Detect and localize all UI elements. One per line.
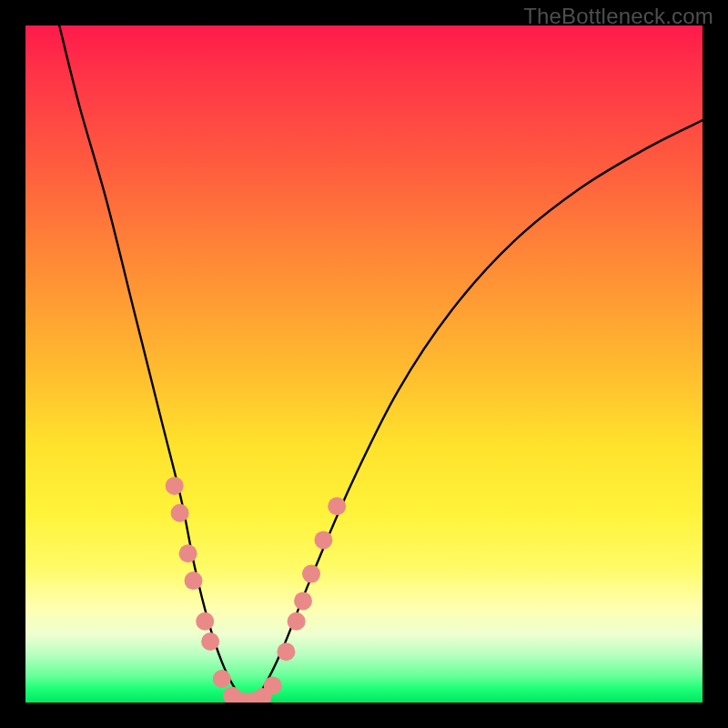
- curve-svg: [25, 25, 703, 703]
- marker-dot: [302, 565, 320, 583]
- marker-dot: [185, 571, 203, 590]
- marker-dot: [166, 477, 184, 495]
- marker-dot: [171, 504, 189, 522]
- marker-dot: [288, 612, 306, 631]
- marker-dot: [201, 632, 219, 651]
- marker-dot: [196, 612, 214, 631]
- plot-area: [25, 25, 703, 703]
- marker-dot: [294, 592, 312, 610]
- marker-dot: [277, 642, 295, 661]
- marker-dot: [179, 544, 197, 562]
- marker-dot: [328, 497, 346, 515]
- marker-dot: [314, 531, 332, 549]
- watermark-text: TheBottleneck.com: [523, 4, 713, 29]
- bottleneck-curve: [59, 25, 703, 703]
- chart-frame: TheBottleneck.com: [0, 0, 728, 728]
- marker-dot: [264, 676, 282, 694]
- marker-dot: [213, 670, 231, 688]
- highlight-markers: [166, 477, 347, 703]
